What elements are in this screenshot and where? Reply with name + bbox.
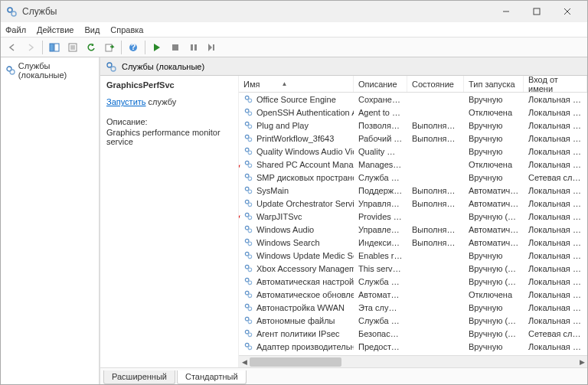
start-service-link[interactable]: Запустить [106,97,146,106]
cell-account: Локальная слу… [524,147,587,156]
cell-name: WarpJITSvc [239,211,354,221]
menu-view[interactable]: Вид [84,25,100,34]
minimize-button[interactable] [491,2,521,21]
col-account[interactable]: Вход от имени [524,76,587,92]
list-body[interactable]: Office Source EngineСохранен…ВручнуюЛока… [239,93,587,355]
stop-service-button[interactable] [167,39,184,56]
right-header-label: Службы (локальные) [122,62,204,71]
table-row[interactable]: Shared PC Account ManagerManages p…Отклю… [239,158,587,171]
table-row[interactable]: Агент политики IPsecБезопасно…Вручную (а… [239,327,587,340]
table-row[interactable]: Windows Update Medic Ser…Enables re…Вруч… [239,249,587,262]
table-row[interactable]: Xbox Accessory Manageme…This servic…Вруч… [239,262,587,275]
cell-account: Локальная сис… [524,95,587,104]
cell-name: Shared PC Account Manager [239,159,354,169]
menu-file[interactable]: Файл [5,25,26,34]
cell-name: Windows Audio [239,224,354,234]
properties-button[interactable] [64,39,81,56]
scroll-left-icon[interactable]: ◀ [239,356,250,367]
cell-name: OpenSSH Authentication A… [239,107,354,117]
table-row[interactable]: Update Orchestrator ServiceУправляет…Вып… [239,197,587,210]
col-name-label: Имя [243,80,260,89]
cell-account: Локальная сис… [524,160,587,169]
cell-start: Отключена [464,160,524,169]
cell-desc: Автомати… [354,290,407,299]
forward-button[interactable] [22,39,39,56]
cell-desc: Служба ав… [354,316,407,325]
tab-standard[interactable]: Стандартный [177,370,247,384]
cell-account: Локальная сис… [524,290,587,299]
svg-rect-18 [213,44,214,51]
svg-point-22 [111,67,116,71]
start-suffix: службу [146,97,177,106]
window-title: Службы [22,6,491,17]
col-start[interactable]: Тип запуска [464,76,524,92]
cell-name: Office Source Engine [239,94,354,104]
table-row[interactable]: Автоматическое обновлен…Автомати…Отключе… [239,288,587,301]
cell-start: Вручную [464,134,524,143]
col-desc[interactable]: Описание [354,76,407,92]
svg-point-23 [245,96,249,100]
cell-account: Локальная сис… [524,316,587,325]
cell-desc: Позволяет… [354,121,407,130]
cell-account: Локальная сис… [524,303,587,312]
menu-action[interactable]: Действие [37,25,74,34]
help-button[interactable]: ? [125,39,142,56]
svg-point-45 [245,239,249,243]
cell-name: Автономные файлы [239,315,354,325]
cell-start: Отключена [464,108,524,117]
table-row[interactable]: Windows SearchИндексир…ВыполняетсяАвтома… [239,236,587,249]
svg-point-44 [248,229,252,233]
separator [121,41,122,54]
table-row[interactable]: Автономные файлыСлужба ав…Вручную (ак…Ло… [239,314,587,327]
table-row[interactable]: OpenSSH Authentication A…Agent to h…Откл… [239,106,587,119]
scroll-right-icon[interactable]: ▶ [577,356,587,367]
start-service-button[interactable] [149,39,165,56]
close-button[interactable] [552,2,583,21]
scroll-thumb[interactable] [250,357,341,367]
table-row[interactable]: SysMainПоддержи…ВыполняетсяАвтоматиче…Ло… [239,184,587,197]
pause-service-button[interactable] [185,39,202,56]
show-hide-tree-button[interactable] [46,39,63,56]
cell-desc: Provides a … [354,212,407,221]
cell-account: Сетевая служба [524,329,587,338]
svg-point-57 [245,317,249,321]
table-row[interactable]: Windows AudioУправлен…ВыполняетсяАвтомат… [239,223,587,236]
table-row[interactable]: Адаптер производительно…Предостав…Вручну… [239,340,587,353]
svg-point-47 [245,252,249,256]
table-row[interactable]: Plug and PlayПозволяет…ВыполняетсяВручну… [239,119,587,132]
cell-account: Сетевая служба [524,173,587,182]
table-row[interactable]: Office Source EngineСохранен…ВручнуюЛока… [239,93,587,106]
menu-help[interactable]: Справка [110,25,143,34]
refresh-button[interactable] [83,39,100,56]
table-row[interactable]: Автоматическая настройк…Служба ав…Вручну… [239,275,587,288]
cell-account: Локальная сис… [524,108,587,117]
table-row[interactable]: WarpJITSvcProvides a …Вручную (ак…Локаль… [239,210,587,223]
svg-point-28 [248,125,252,129]
cell-account: Локальная сис… [524,251,587,260]
col-state[interactable]: Состояние [407,76,464,92]
svg-point-36 [248,177,252,181]
cell-desc: Enables re… [354,251,407,260]
tab-extended[interactable]: Расширенный [103,370,175,384]
svg-point-60 [248,333,252,337]
cell-account: Локальная слу… [524,225,587,234]
cell-name: Quality Windows Audio Vid… [239,146,354,156]
service-list: Имя▲ Описание Состояние Тип запуска Вход… [238,76,587,367]
col-name[interactable]: Имя▲ [239,76,354,92]
svg-point-20 [10,70,15,74]
table-row[interactable]: SMP дисковых пространст…Служба уз…Вручну… [239,171,587,184]
maximize-button[interactable] [521,2,552,21]
restart-service-button[interactable] [204,39,220,56]
horizontal-scrollbar[interactable]: ◀ ▶ [239,355,587,367]
cell-name: Автонастройка WWAN [239,302,354,312]
toolbar: ? [1,38,587,57]
tree-root-services[interactable]: Службы (локальные) [2,59,97,82]
table-row[interactable]: Автонастройка WWANЭта служб…ВручнуюЛокал… [239,301,587,314]
export-button[interactable] [101,39,118,56]
back-button[interactable] [4,39,21,56]
cell-desc: Безопасно… [354,329,407,338]
svg-point-58 [248,320,252,324]
table-row[interactable]: PrintWorkflow_3f643Рабочий п…Выполняется… [239,132,587,145]
cell-account: Локальная сис… [524,238,587,247]
table-row[interactable]: Quality Windows Audio Vid…Quality Wi…Вру… [239,145,587,158]
